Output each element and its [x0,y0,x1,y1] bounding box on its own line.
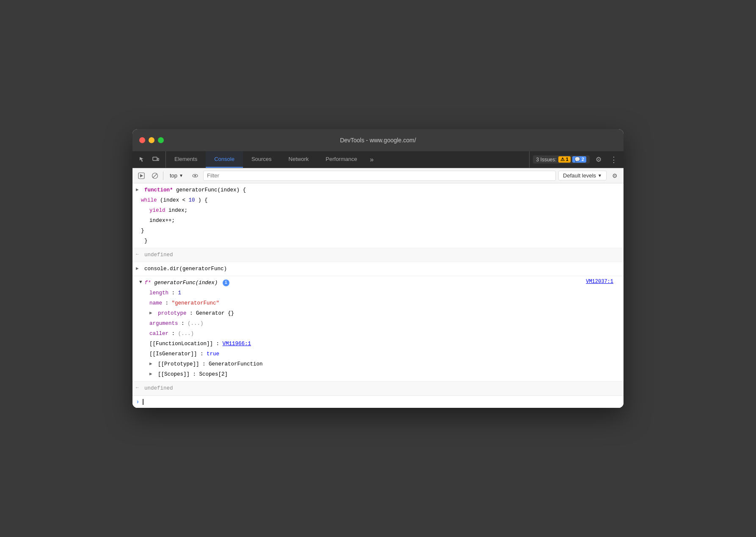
devtools-window: DevTools - www.google.com/ Elements Cons [132,129,624,408]
entry-line: yield index; [132,205,624,216]
tab-console[interactable]: Console [206,151,243,168]
svg-rect-1 [157,158,159,161]
info-badge: 💬 2 [572,156,586,163]
property-row: name : "generatorFunc" [132,298,624,308]
console-entry: ▶ console.dir(generatorFunc) [132,262,624,276]
console-cursor [143,399,143,405]
settings-button[interactable]: ⚙ [592,154,605,166]
dropdown-arrow-icon: ▼ [179,173,183,178]
tab-elements[interactable]: Elements [166,151,206,168]
property-row: arguments : (...) [132,318,624,329]
object-heading-line: ▼ f* generatorFunc(index) i VM12037:1 [132,278,624,288]
undefined-text: undefined [144,384,620,393]
chat-icon: 💬 [574,157,580,162]
tab-network[interactable]: Network [280,151,317,168]
object-heading: f* generatorFunc(index) i [145,279,586,287]
code-line: } [136,237,620,245]
return-arrow: ← [136,251,142,257]
divider-1 [163,172,163,180]
expand-arrow[interactable]: ▶ [149,309,155,316]
code-line: yield index; [149,206,620,215]
context-selector[interactable]: top ▼ [166,171,187,180]
function-location-link[interactable]: VM11966:1 [223,341,251,347]
titlebar: DevTools - www.google.com/ [132,129,624,151]
code-line: function* generatorFunc(index) { [144,186,620,194]
close-button[interactable] [139,137,145,143]
expand-arrow[interactable]: ▶ [136,186,142,192]
collapse-arrow[interactable]: ▼ [136,279,142,285]
window-title: DevTools - www.google.com/ [340,137,416,144]
tabbar-right: 3 Issues: ⚠ 1 💬 2 ⚙ ⋮ [529,151,624,168]
stop-button[interactable] [149,170,160,181]
settings-icon: ⚙ [612,172,618,179]
traffic-lights [139,137,164,143]
levels-arrow-icon: ▼ [598,173,602,178]
warning-badge: ⚠ 1 [558,156,571,163]
more-tabs-button[interactable]: » [366,151,378,168]
gear-icon: ⚙ [596,155,601,163]
eye-button[interactable] [190,170,201,181]
return-arrow: ← [136,384,142,390]
entry-line: } [132,226,624,236]
svg-point-7 [194,175,196,177]
property-value: [[FunctionLocation]] : VM11966:1 [149,340,620,348]
property-row: caller : (...) [132,329,624,339]
tab-sources[interactable]: Sources [243,151,280,168]
property-value: length : 1 [149,289,620,297]
entry-line: ▶ function* generatorFunc(index) { [132,185,624,195]
device-toggle-button[interactable] [149,154,162,166]
entry-line: ▶ console.dir(generatorFunc) [132,264,624,274]
entry-line: while (index < 10 ) { [132,195,624,205]
property-value: [[Scopes]] : Scopes[2] [158,370,620,379]
svg-marker-3 [140,174,143,177]
property-value: caller : (...) [149,329,620,338]
console-entry: ← undefined [132,248,624,262]
console-entry: ▶ function* generatorFunc(index) { while… [132,183,624,248]
entry-line: } [132,236,624,246]
vm-link[interactable]: VM12037:1 [586,279,613,285]
tab-bar: Elements Console Sources Network Perform… [132,151,624,168]
expand-arrow[interactable]: ▶ [149,360,155,366]
issues-badge[interactable]: 3 Issues: ⚠ 1 💬 2 [533,155,590,163]
warning-icon: ⚠ [560,157,565,162]
customize-menu-button[interactable]: ⋮ [607,154,620,166]
property-row: ▶ prototype : Generator {} [132,308,624,318]
inspect-element-button[interactable] [136,154,149,166]
console-input-row: › [132,396,624,408]
property-value: [[Prototype]] : GeneratorFunction [158,360,620,368]
maximize-button[interactable] [158,137,164,143]
expand-arrow[interactable]: ▶ [149,370,155,376]
minimize-button[interactable] [149,137,155,143]
property-value: name : "generatorFunc" [149,299,620,307]
console-prompt: › [136,399,139,405]
main-content: top ▼ Default levels ▼ ⚙ [132,168,624,408]
console-toolbar: top ▼ Default levels ▼ ⚙ [132,168,624,183]
expand-arrow[interactable]: ▶ [136,265,142,271]
filter-input[interactable] [203,171,556,181]
tabs: Elements Console Sources Network Perform… [166,151,529,168]
svg-line-5 [153,174,157,178]
entry-line: ← undefined [132,250,624,260]
property-value: prototype : Generator {} [158,309,620,318]
console-settings-button[interactable]: ⚙ [609,170,620,181]
svg-rect-0 [153,157,157,161]
property-value: arguments : (...) [149,319,620,328]
property-row: ▶ [[Scopes]] : Scopes[2] [132,369,624,379]
devtools-icons [132,151,166,168]
execute-button[interactable] [136,170,147,181]
log-levels-button[interactable]: Default levels ▼ [558,171,607,180]
entry-line: ← undefined [132,383,624,393]
code-line: console.dir(generatorFunc) [144,265,620,273]
info-icon[interactable]: i [223,280,229,286]
menu-icon: ⋮ [610,155,618,164]
property-value: [[IsGenerator]] : true [149,350,620,358]
console-entry: ← undefined [132,382,624,396]
code-line: index++; [149,216,620,225]
tab-performance[interactable]: Performance [317,151,365,168]
undefined-text: undefined [144,251,620,259]
property-row: length : 1 [132,288,624,298]
entry-line: index++; [132,216,624,226]
code-line: } [141,227,620,235]
property-row: ▶ [[Prototype]] : GeneratorFunction [132,359,624,369]
code-line: while (index < 10 ) { [141,196,620,205]
